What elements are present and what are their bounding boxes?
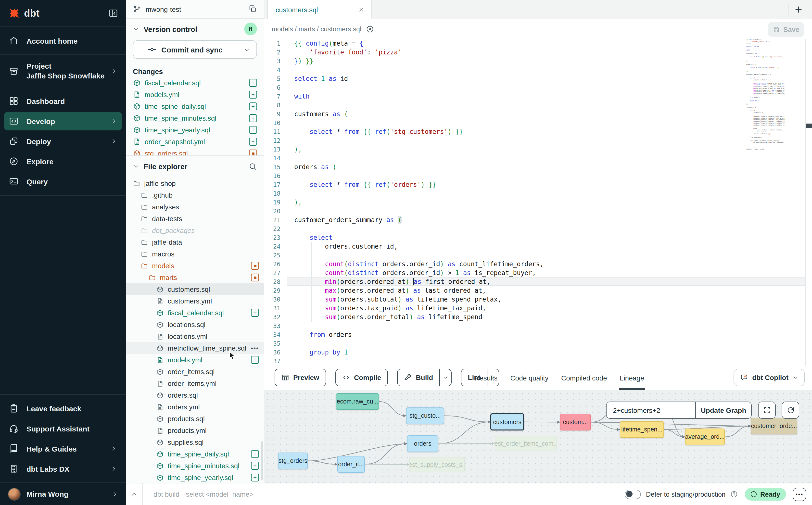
tab-lineage[interactable]: Lineage [619, 366, 645, 390]
dbt-copilot-button[interactable]: dbt Copilot [734, 369, 805, 386]
preview-button[interactable]: Preview [275, 369, 326, 386]
sidebar-item-query[interactable]: Query [4, 172, 122, 191]
stage-file-button[interactable]: + [251, 356, 259, 364]
changed-file-row[interactable]: fiscal_calendar.sql+ [126, 77, 264, 89]
changed-file-row[interactable]: time_spine_minutes.sql+ [126, 112, 264, 124]
tree-item-supplies-sql[interactable]: supplies.sql [126, 436, 264, 448]
tree-item-analyses[interactable]: analyses [126, 201, 264, 213]
commit-options-chevron[interactable] [237, 41, 257, 58]
dbt-command-input[interactable] [143, 483, 625, 505]
modified-badge[interactable] [251, 262, 259, 270]
tree-item-customers-sql[interactable]: customers.sql [126, 283, 264, 295]
lineage-node-lifetime_spend[interactable]: lifetime_spen... [620, 421, 664, 438]
stage-file-button[interactable]: + [251, 462, 259, 470]
close-icon[interactable] [358, 6, 364, 13]
sidebar-item-help-guides[interactable]: Help & Guides [4, 439, 122, 458]
stage-file-button[interactable]: + [249, 103, 257, 110]
lineage-node-customer_orders[interactable]: customer_orde... [751, 418, 797, 435]
compile-button[interactable]: Compile [335, 369, 388, 386]
tree-item--github[interactable]: .github [126, 189, 264, 201]
stage-file-button[interactable]: + [249, 79, 257, 87]
sidebar-item-dbt-labs-dx[interactable]: dbt Labs DX [4, 459, 122, 478]
new-tab-icon[interactable] [794, 5, 803, 14]
stage-file-button[interactable]: + [249, 138, 257, 146]
sidebar-item-dashboard[interactable]: Dashboard [4, 92, 122, 110]
sidebar-item-explore[interactable]: Explore [4, 152, 122, 171]
lineage-node-test_supply[interactable]: test_supply_costs_s... [410, 457, 465, 472]
minimap[interactable]: {{ config(meta = { 'favorite_food': 'piz… [746, 39, 785, 151]
lineage-node-custom[interactable]: custom... [560, 414, 591, 431]
tree-item-marts[interactable]: marts [126, 272, 264, 283]
tree-item-jaffle-shop[interactable]: jaffle-shop [126, 177, 264, 189]
tree-item-locations-yml[interactable]: locations.yml [126, 330, 264, 342]
sidebar-item-support-assistant[interactable]: Support Assistant [4, 419, 122, 438]
tree-item-locations-sql[interactable]: locations.sql [126, 319, 264, 330]
tree-item-orders-yml[interactable]: orders.yml [126, 401, 264, 413]
sidebar-item-deploy[interactable]: Deploy [4, 132, 122, 151]
lineage-node-order_items[interactable]: order_it... [337, 456, 365, 473]
lineage-node-orders[interactable]: orders [407, 436, 438, 452]
copy-branch-icon[interactable] [249, 5, 257, 13]
tree-item-data-tests[interactable]: data-tests [126, 213, 264, 224]
stage-file-button[interactable]: + [251, 450, 259, 458]
tree-item-order-items-yml[interactable]: order_items.yml [126, 377, 264, 389]
lineage-node-ecom[interactable]: ecom.raw_cu... [336, 393, 379, 410]
stage-file-button[interactable]: + [249, 126, 257, 134]
tree-item-time-spine-yearly-sql[interactable]: time_spine_yearly.sql+ [126, 472, 264, 483]
changed-file-row[interactable]: models.yml+ [126, 89, 264, 101]
row-menu-icon[interactable]: ••• [251, 344, 259, 352]
lineage-node-stg_customers[interactable]: stg_custo... [406, 407, 444, 424]
save-button[interactable]: Save [768, 22, 804, 37]
update-graph-button[interactable]: Update Graph [695, 402, 751, 418]
lineage-node-test_order_items[interactable]: test_order_items_com... [495, 436, 556, 451]
docs-compass-icon[interactable] [366, 25, 374, 33]
code-editor[interactable]: 1234567891011121314151617181920212223242… [264, 39, 812, 366]
lineage-node-customers[interactable]: customers [490, 413, 524, 431]
tab-customers-sql[interactable]: customers.sql [267, 0, 372, 19]
sidebar-item-leave-feedback[interactable]: Leave feedback [4, 399, 122, 418]
editor-scrollbar-thumb[interactable] [806, 124, 812, 128]
changed-file-row[interactable]: time_spine_yearly.sql+ [126, 124, 264, 136]
defer-toggle[interactable] [625, 490, 641, 499]
tree-item-models[interactable]: models [126, 260, 264, 272]
modified-badge[interactable] [251, 274, 259, 282]
refresh-button[interactable] [782, 401, 799, 419]
modified-badge[interactable] [249, 150, 257, 155]
build-options-chevron[interactable] [439, 369, 451, 386]
build-button[interactable]: Build [397, 369, 452, 386]
tree-item-products-sql[interactable]: products.sql [126, 413, 264, 425]
tab-compiled-code[interactable]: Compiled code [560, 366, 608, 390]
lineage-node-average_order[interactable]: average_ord... [685, 429, 725, 445]
stage-file-button[interactable]: + [249, 114, 257, 122]
file-explorer-header[interactable]: File explorer [126, 156, 264, 176]
version-control-header[interactable]: Version control 8 [126, 19, 264, 39]
search-icon[interactable] [249, 162, 257, 170]
tree-item-macros[interactable]: macros [126, 248, 264, 260]
tree-item-models-yml[interactable]: models.yml+ [126, 354, 264, 366]
expand-command-bar-button[interactable] [126, 483, 143, 505]
changed-file-row[interactable]: order_snapshot.yml+ [126, 136, 264, 148]
tree-item-fiscal-calendar-sql[interactable]: fiscal_calendar.sql+ [126, 307, 264, 319]
sidebar-item-develop[interactable]: Develop [4, 112, 122, 130]
panel-scrollbar[interactable] [261, 441, 263, 481]
tree-item-time-spine-daily-sql[interactable]: time_spine_daily.sql+ [126, 448, 264, 460]
tab-code-quality[interactable]: Code quality [509, 366, 549, 390]
tree-item-jaffle-data[interactable]: jaffle-data [126, 236, 264, 248]
help-icon[interactable] [730, 490, 738, 498]
changed-file-row[interactable]: time_spine_daily.sql+ [126, 101, 264, 112]
stage-file-button[interactable]: + [251, 309, 259, 317]
more-options-button[interactable]: ••• [793, 488, 806, 501]
sidebar-item-user[interactable]: Mirna Wong [0, 482, 126, 505]
tree-item-products-yml[interactable]: products.yml [126, 425, 264, 436]
fullscreen-button[interactable] [758, 401, 776, 419]
tree-item-orders-sql[interactable]: orders.sql [126, 389, 264, 401]
tree-item-dbt-packages[interactable]: dbt_packages [126, 224, 264, 236]
collapse-sidebar-icon[interactable] [108, 8, 118, 18]
tree-item-customers-yml[interactable]: customers.yml [126, 295, 264, 307]
tree-item-order-items-sql[interactable]: order_items.sql [126, 366, 264, 377]
changed-file-row[interactable]: stg_orders.sql [126, 148, 264, 155]
sidebar-item-account-home[interactable]: Account home [4, 31, 122, 50]
tree-item-time-spine-minutes-sql[interactable]: time_spine_minutes.sql+ [126, 460, 264, 472]
lineage-node-stg_orders[interactable]: stg_orders [278, 453, 308, 469]
commit-and-sync-button[interactable]: Commit and sync [133, 40, 257, 59]
